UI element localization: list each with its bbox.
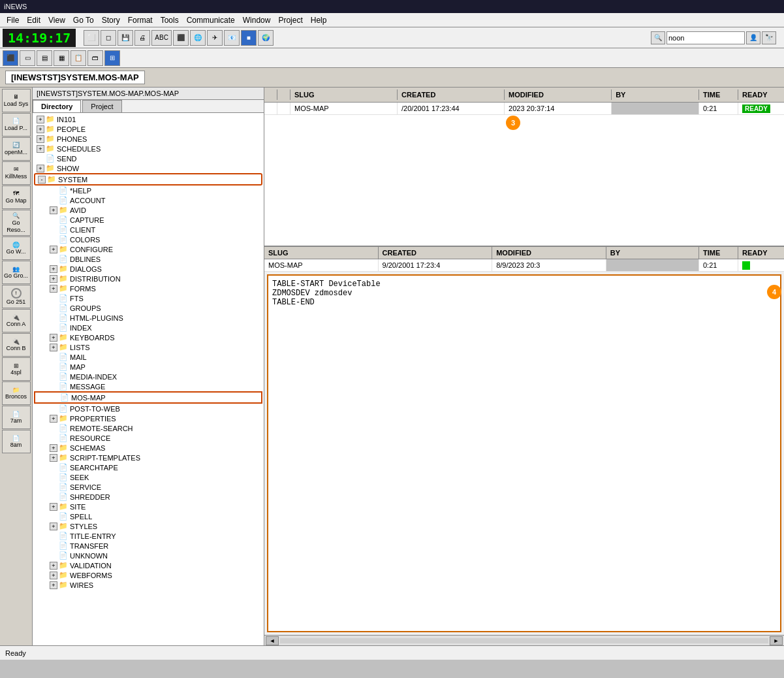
tree-toggle[interactable]: +: [50, 415, 57, 423]
tb-btn-spell[interactable]: ABC: [151, 30, 172, 46]
sidebar-btn-gogro[interactable]: 👥Go Gro...: [2, 261, 31, 284]
hscrollbar[interactable]: ◄ ►: [264, 635, 784, 645]
tree-toggle[interactable]: +: [37, 116, 44, 123]
tree-item-site[interactable]: + 📁 SITE: [34, 502, 262, 511]
sidebar-btn-gomap[interactable]: 🗺Go Map: [2, 186, 31, 209]
tree-item-mosmap[interactable]: 📄 MOS-MAP: [34, 391, 262, 404]
tab-directory[interactable]: Directory: [33, 100, 81, 112]
tree-item-searchtape[interactable]: 📄 SEARCHTAPE: [34, 462, 262, 472]
tree-item-map[interactable]: 📄 MAP: [34, 362, 262, 372]
scroll-right-btn[interactable]: ►: [770, 636, 783, 645]
view-btn-1[interactable]: ⬛: [3, 50, 18, 66]
sidebar-btn-openm[interactable]: 🔄openM...: [2, 137, 31, 161]
tree-item-index[interactable]: 📄 INDEX: [34, 323, 262, 332]
tree-toggle[interactable]: +: [50, 444, 57, 452]
tree-item-keyboards[interactable]: + 📁 KEYBOARDS: [34, 332, 262, 342]
sidebar-btn-broncos[interactable]: 📁Broncos: [2, 381, 31, 405]
search-prev-btn[interactable]: 🔍: [651, 31, 665, 44]
tb-btn-6[interactable]: 🌐: [190, 30, 206, 46]
menu-story[interactable]: Story: [98, 14, 124, 26]
view-btn-active[interactable]: ⊞: [104, 50, 120, 66]
tree-toggle[interactable]: +: [50, 206, 57, 214]
tree-item-unknown[interactable]: 📄 UNKNOWN: [34, 551, 262, 560]
tree-toggle[interactable]: +: [50, 523, 57, 530]
view-btn-4[interactable]: ▦: [54, 50, 69, 66]
view-btn-2[interactable]: ▭: [20, 50, 35, 66]
tree-item-wires[interactable]: + 📁 WIRES: [34, 580, 262, 590]
tree-item-colors[interactable]: 📄 COLORS: [34, 234, 262, 244]
tree-toggle[interactable]: -: [38, 176, 46, 184]
tree-item-mediaindex[interactable]: 📄 MEDIA-INDEX: [34, 372, 262, 381]
tree-item-webforms[interactable]: + 📁 WEBFORMS: [34, 570, 262, 580]
sidebar-btn-loadsys[interactable]: 🖥Load Sys: [2, 89, 31, 112]
tb-btn-7[interactable]: ✈: [207, 30, 223, 46]
sidebar-btn-goreso[interactable]: 🔍Go Reso...: [2, 210, 31, 236]
tree-item-distribution[interactable]: + 📁 DISTRIBUTION: [34, 274, 262, 283]
tree-item-service[interactable]: 📄 SERVICE: [34, 482, 262, 492]
tree-toggle[interactable]: +: [37, 135, 44, 143]
tree-item-people[interactable]: + 📁 PEOPLE: [34, 124, 262, 134]
tree-toggle[interactable]: +: [50, 572, 57, 579]
tree-item-help[interactable]: 📄 *HELP: [34, 186, 262, 195]
sidebar-btn-killmess[interactable]: ✉KillMess: [2, 161, 31, 185]
tree-item-configure[interactable]: + 📁 CONFIGURE: [34, 244, 262, 254]
search-person-btn[interactable]: 👤: [746, 31, 760, 44]
scroll-track[interactable]: [280, 638, 768, 643]
tree-item-lists[interactable]: + 📁 LISTS: [34, 342, 262, 352]
tree-toggle[interactable]: +: [50, 275, 57, 283]
menu-help[interactable]: Help: [307, 14, 331, 26]
tree-item-account[interactable]: 📄 ACCOUNT: [34, 195, 262, 205]
tree-item-posttoweb[interactable]: 📄 POST-TO-WEB: [34, 404, 262, 413]
tree-toggle[interactable]: +: [50, 285, 57, 293]
tree-item-properties[interactable]: + 📁 PROPERTIES: [34, 413, 262, 423]
sidebar-btn-7am[interactable]: 📄7am: [2, 406, 31, 429]
menu-view[interactable]: View: [44, 14, 69, 26]
tree-item-remotesearch[interactable]: 📄 REMOTE-SEARCH: [34, 423, 262, 433]
tree-toggle[interactable]: +: [37, 125, 44, 133]
sidebar-btn-conna[interactable]: 🔌Conn A: [2, 309, 31, 332]
tree-toggle[interactable]: +: [50, 454, 57, 462]
tb-btn-2[interactable]: ◻: [101, 30, 116, 46]
view-btn-6[interactable]: 🗃: [87, 50, 103, 66]
tree-toggle[interactable]: +: [50, 265, 57, 273]
tree-item-validation[interactable]: + 📁 VALIDATION: [34, 560, 262, 570]
tree-toggle[interactable]: +: [37, 145, 44, 153]
sidebar-btn-go251[interactable]: !Go 251: [2, 285, 31, 308]
menu-tools[interactable]: Tools: [157, 14, 183, 26]
tree-item-transfer[interactable]: 📄 TRANSFER: [34, 541, 262, 551]
sidebar-btn-connb[interactable]: 🔌Conn B: [2, 333, 31, 357]
tree-item-client[interactable]: 📄 CLIENT: [34, 225, 262, 234]
menu-format[interactable]: Format: [124, 14, 157, 26]
tree-toggle[interactable]: +: [50, 246, 57, 253]
tree-toggle[interactable]: +: [50, 581, 57, 589]
menu-file[interactable]: File: [3, 14, 23, 26]
text-editor[interactable]: TABLE-START DeviceTable ZDMOSDEV zdmosde…: [267, 274, 781, 632]
tree-item-scripttemplates[interactable]: + 📁 SCRIPT-TEMPLATES: [34, 453, 262, 462]
table-row-mosmap[interactable]: MOS-MAP /20/2001 17:23:44 2023 20:37:14 …: [264, 103, 784, 115]
scroll-left-btn[interactable]: ◄: [266, 636, 279, 645]
tree-item-system[interactable]: - 📁 SYSTEM: [34, 173, 262, 186]
menu-project[interactable]: Project: [274, 14, 306, 26]
tb-btn-8[interactable]: 📧: [224, 30, 240, 46]
tree-item-spell[interactable]: 📄 SPELL: [34, 511, 262, 521]
menu-goto[interactable]: Go To: [69, 14, 98, 26]
tb-btn-globe[interactable]: 🌍: [258, 30, 274, 46]
tree-toggle[interactable]: +: [50, 344, 57, 351]
view-btn-5[interactable]: 📋: [71, 50, 86, 66]
tree-item-styles[interactable]: + 📁 STYLES: [34, 521, 262, 531]
tree-item-shredder[interactable]: 📄 SHREDDER: [34, 492, 262, 502]
tb-btn-active[interactable]: ■: [241, 30, 257, 46]
tree-item-mail[interactable]: 📄 MAIL: [34, 352, 262, 362]
tree-toggle[interactable]: +: [50, 334, 57, 342]
view-btn-3[interactable]: ▤: [37, 50, 52, 66]
tree-item-show[interactable]: + 📁 SHOW: [34, 163, 262, 173]
tree-item-resource[interactable]: 📄 RESOURCE: [34, 433, 262, 443]
menu-window[interactable]: Window: [239, 14, 275, 26]
tb-btn-3[interactable]: 💾: [118, 30, 133, 46]
tree-item-message[interactable]: 📄 MESSAGE: [34, 381, 262, 391]
tree-item-titleentry[interactable]: 📄 TITLE-ENTRY: [34, 531, 262, 541]
menu-communicate[interactable]: Communicate: [183, 14, 239, 26]
tree-item-forms[interactable]: + 📁 FORMS: [34, 283, 262, 293]
sidebar-btn-4spl[interactable]: ⊞4spl: [2, 357, 31, 381]
sidebar-btn-gow[interactable]: 🌐Go W...: [2, 236, 31, 260]
